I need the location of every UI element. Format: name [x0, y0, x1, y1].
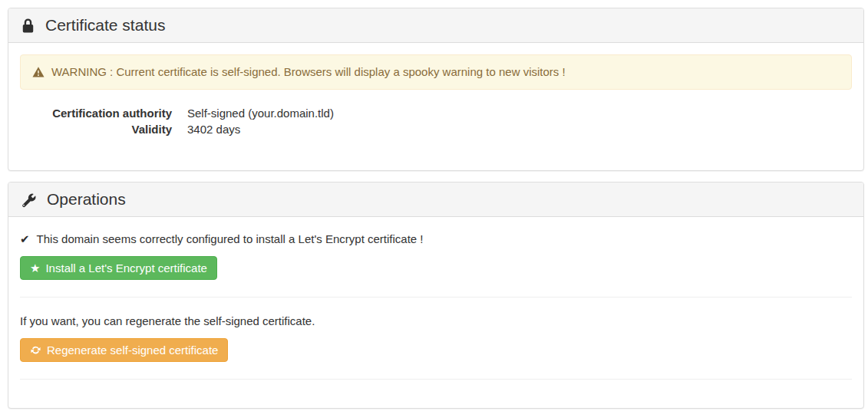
- certificate-page: Certificate status WARNING : Current cer…: [0, 0, 868, 411]
- certificate-panel-body: WARNING : Current certificate is self-si…: [8, 43, 863, 170]
- operations-panel-body: ✔ This domain seems correctly configured…: [8, 217, 863, 408]
- divider: [20, 379, 852, 380]
- certificate-status-header: Certificate status: [8, 8, 863, 43]
- lets-encrypt-status-line: ✔ This domain seems correctly configured…: [20, 232, 852, 245]
- lets-encrypt-status-text: This domain seems correctly configured t…: [37, 232, 424, 245]
- star-icon: ★: [30, 262, 40, 274]
- regenerate-hint: If you want, you can regenerate the self…: [20, 314, 852, 327]
- self-signed-warning-alert: WARNING : Current certificate is self-si…: [20, 54, 852, 90]
- field-value-certification-authority: Self-signed (your.domain.tld): [187, 105, 852, 121]
- certificate-panel-title: Certificate status: [45, 15, 165, 35]
- regenerate-certificate-button-label: Regenerate self-signed certificate: [47, 344, 218, 357]
- operations-panel-title: Operations: [47, 189, 126, 209]
- field-label-validity: Validity: [20, 121, 172, 137]
- refresh-icon: [30, 344, 41, 356]
- install-letsencrypt-button-label: Install a Let's Encrypt certificate: [45, 261, 206, 275]
- wrench-icon: [21, 192, 37, 208]
- field-label-certification-authority: Certification authority: [20, 105, 172, 121]
- divider: [20, 297, 852, 298]
- certificate-details: Certification authority Self-signed (you…: [20, 105, 852, 137]
- field-value-validity: 3402 days: [187, 121, 852, 137]
- check-icon: ✔: [20, 233, 30, 245]
- lock-icon: [21, 18, 35, 34]
- warning-icon: [32, 66, 45, 78]
- install-letsencrypt-button[interactable]: ★ Install a Let's Encrypt certificate: [20, 256, 217, 280]
- certificate-status-panel: Certificate status WARNING : Current cer…: [8, 8, 864, 171]
- regenerate-certificate-button[interactable]: Regenerate self-signed certificate: [20, 338, 228, 362]
- warning-text: WARNING : Current certificate is self-si…: [51, 66, 566, 78]
- operations-header: Operations: [8, 182, 863, 217]
- operations-panel: Operations ✔ This domain seems correctly…: [8, 182, 864, 409]
